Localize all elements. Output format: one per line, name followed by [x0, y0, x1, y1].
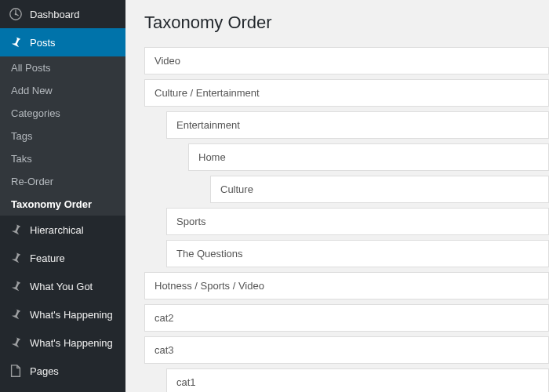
pin-icon: [8, 335, 24, 350]
taxonomy-item[interactable]: cat1: [166, 368, 549, 392]
svg-point-1: [15, 13, 17, 16]
sidebar-item-label: Dashboard: [30, 9, 80, 20]
taxonomy-item[interactable]: Video: [144, 47, 549, 74]
sidebar-item-label: Pages: [30, 365, 59, 377]
submenu-item-all-posts[interactable]: All Posts: [0, 56, 125, 79]
submenu-item-taks[interactable]: Taks: [0, 147, 125, 170]
taxonomy-children: cat1: [166, 368, 549, 392]
sidebar-item-label: Posts: [30, 37, 56, 49]
page-title: Taxonomy Order: [144, 13, 549, 33]
submenu-item-tags[interactable]: Tags: [0, 125, 125, 147]
taxonomy-item[interactable]: cat2: [144, 304, 549, 332]
dashboard-icon: [8, 6, 24, 22]
submenu-item-categories[interactable]: Categories: [0, 102, 125, 125]
sidebar-item-whats-happening-2[interactable]: What's Happening: [0, 328, 125, 357]
admin-sidebar: Dashboard Posts All Posts Add New Catego…: [0, 0, 125, 392]
taxonomy-order-list: VideoCulture / EntertainmentEntertainmen…: [144, 47, 549, 392]
sidebar-item-whats-happening-1[interactable]: What's Happening: [0, 300, 125, 328]
pin-icon: [8, 222, 24, 238]
taxonomy-item[interactable]: Sports: [166, 208, 549, 235]
submenu-item-add-new[interactable]: Add New: [0, 79, 125, 102]
pin-icon: [8, 34, 24, 50]
taxonomy-item[interactable]: Home: [188, 143, 549, 171]
taxonomy-item[interactable]: cat3: [144, 336, 549, 364]
taxonomy-item[interactable]: Entertainment: [166, 111, 549, 139]
sidebar-item-label: What You Got: [30, 281, 93, 292]
sidebar-item-label: Feature: [30, 252, 65, 264]
sidebar-item-dashboard[interactable]: Dashboard: [0, 0, 125, 28]
taxonomy-children: EntertainmentHomeCultureSportsThe Questi…: [166, 111, 549, 267]
sidebar-item-label: Hierarchical: [30, 224, 84, 236]
pin-icon: [8, 307, 24, 322]
taxonomy-children: HomeCulture: [188, 143, 549, 203]
taxonomy-children: Culture: [210, 176, 549, 203]
taxonomy-item[interactable]: The Questions: [166, 240, 549, 267]
main-content: Taxonomy Order VideoCulture / Entertainm…: [125, 0, 549, 392]
sidebar-item-label: What's Happening: [30, 337, 113, 349]
sidebar-item-what-you-got[interactable]: What You Got: [0, 272, 125, 300]
pin-icon: [8, 250, 24, 266]
posts-submenu: All Posts Add New Categories Tags Taks R…: [0, 56, 125, 216]
taxonomy-item[interactable]: Culture: [210, 176, 549, 203]
sidebar-item-feature[interactable]: Feature: [0, 244, 125, 272]
submenu-item-taxonomy-order[interactable]: Taxonomy Order: [0, 193, 125, 216]
sidebar-item-posts[interactable]: Posts: [0, 28, 125, 56]
submenu-item-reorder[interactable]: Re-Order: [0, 170, 125, 193]
sidebar-item-label: What's Happening: [30, 309, 113, 321]
page-icon: [8, 363, 24, 379]
sidebar-item-hierarchical[interactable]: Hierarchical: [0, 216, 125, 244]
taxonomy-item[interactable]: Culture / Entertainment: [144, 79, 549, 107]
sidebar-item-pages[interactable]: Pages: [0, 357, 125, 385]
taxonomy-item[interactable]: Hotness / Sports / Video: [144, 272, 549, 299]
pin-icon: [8, 278, 24, 294]
